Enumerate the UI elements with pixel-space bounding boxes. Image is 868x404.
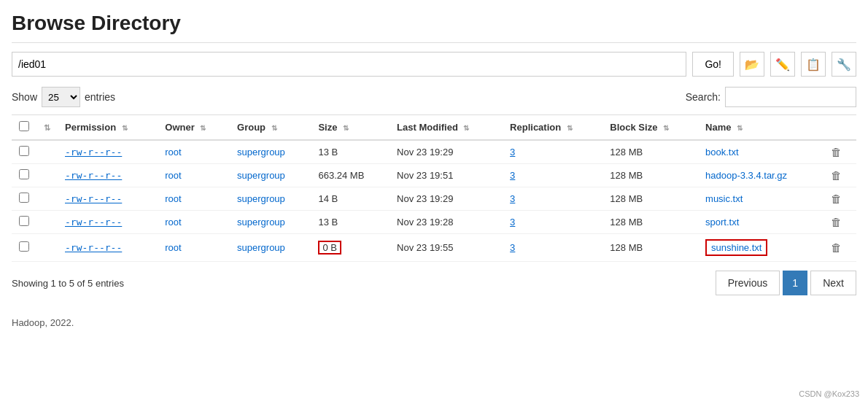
row-checkbox-3[interactable] [19, 216, 29, 226]
permission-cell: -rw-r--r-- [58, 234, 158, 262]
size-cell: 663.24 MB [311, 164, 390, 187]
path-input[interactable] [12, 52, 686, 77]
size-cell: 0 B [311, 234, 390, 262]
th-actions [824, 115, 857, 141]
page-title: Browse Directory [12, 12, 856, 43]
name-cell[interactable]: book.txt [698, 140, 823, 164]
last-modified-cell: Nov 23 19:29 [390, 187, 503, 211]
permission-cell: -rw-r--r-- [58, 140, 158, 164]
pagination: Previous 1 Next [716, 271, 856, 295]
table-row: -rw-r--r--rootsupergroup0 BNov 23 19:553… [12, 234, 856, 262]
th-name[interactable]: Name ⇅ [698, 115, 823, 141]
file-link[interactable]: sunshine.txt [711, 242, 762, 253]
show-label: Show [12, 91, 37, 103]
last-modified-cell: Nov 23 19:51 [390, 164, 503, 187]
last-modified-cell: Nov 23 19:29 [390, 140, 503, 164]
block-size-cell: 128 MB [602, 140, 698, 164]
size-cell: 14 B [311, 187, 390, 211]
delete-button-1[interactable]: 🗑 [831, 169, 842, 182]
name-cell[interactable]: sunshine.txt [698, 234, 823, 262]
folder-icon-button[interactable]: 📂 [740, 52, 764, 77]
row-checkbox-2[interactable] [19, 193, 29, 203]
group-cell: supergroup [230, 164, 311, 187]
th-block-size[interactable]: Block Size ⇅ [602, 115, 698, 141]
showing-text: Showing 1 to 5 of 5 entries [12, 278, 124, 289]
page-1-button[interactable]: 1 [783, 271, 807, 295]
show-select[interactable]: 10 25 50 100 [42, 87, 80, 107]
delete-button-4[interactable]: 🗑 [831, 241, 842, 254]
table-row: -rw-r--r--rootsupergroup663.24 MBNov 23 … [12, 164, 856, 187]
last-modified-cell: Nov 23 19:55 [390, 234, 503, 262]
search-box: Search: [686, 87, 856, 107]
upload-icon: ✏️ [775, 58, 790, 71]
row-checkbox-0[interactable] [19, 146, 29, 156]
name-cell[interactable]: music.txt [698, 187, 823, 211]
row-checkbox-1[interactable] [19, 169, 29, 179]
block-size-cell: 128 MB [602, 164, 698, 187]
block-size-cell: 128 MB [602, 211, 698, 234]
replication-cell[interactable]: 3 [503, 164, 602, 187]
owner-cell: root [158, 164, 230, 187]
previous-button[interactable]: Previous [716, 271, 780, 295]
sort-all-icon: ⇅ [44, 123, 50, 132]
upload-icon-button[interactable]: ✏️ [770, 52, 795, 77]
group-cell: supergroup [230, 211, 311, 234]
size-cell: 13 B [311, 211, 390, 234]
table-row: -rw-r--r--rootsupergroup13 BNov 23 19:29… [12, 140, 856, 164]
group-cell: supergroup [230, 234, 311, 262]
file-link[interactable]: hadoop-3.3.4.tar.gz [705, 170, 787, 181]
replication-link[interactable]: 3 [510, 193, 515, 204]
replication-cell[interactable]: 3 [503, 140, 602, 164]
search-input[interactable] [725, 87, 856, 107]
replication-link[interactable]: 3 [510, 147, 515, 158]
file-link[interactable]: sport.txt [705, 217, 739, 228]
footer: Hadoop, 2022. [12, 317, 856, 328]
go-button[interactable]: Go! [692, 52, 734, 77]
last-modified-cell: Nov 23 19:28 [390, 211, 503, 234]
delete-button-3[interactable]: 🗑 [831, 216, 842, 228]
replication-link[interactable]: 3 [510, 217, 515, 228]
delete-button-0[interactable]: 🗑 [831, 146, 842, 158]
permission-cell: -rw-r--r-- [58, 187, 158, 211]
delete-button-2[interactable]: 🗑 [831, 193, 842, 205]
folder-icon: 📂 [745, 58, 759, 71]
size-cell: 13 B [311, 140, 390, 164]
table-controls: Show 10 25 50 100 entries Search: [12, 87, 856, 107]
th-group[interactable]: Group ⇅ [230, 115, 311, 141]
name-cell[interactable]: sport.txt [698, 211, 823, 234]
owner-cell: root [158, 140, 230, 164]
name-cell[interactable]: hadoop-3.3.4.tar.gz [698, 164, 823, 187]
permission-cell: -rw-r--r-- [58, 164, 158, 187]
file-link[interactable]: book.txt [705, 147, 739, 158]
show-entries: Show 10 25 50 100 entries [12, 87, 115, 107]
replication-link[interactable]: 3 [510, 242, 515, 253]
entries-label: entries [85, 91, 115, 103]
next-button[interactable]: Next [810, 271, 856, 295]
footer-text: Hadoop, 2022. [12, 317, 74, 328]
th-permission[interactable]: Permission ⇅ [58, 115, 158, 141]
table-row: -rw-r--r--rootsupergroup14 BNov 23 19:29… [12, 187, 856, 211]
list-icon: 📋 [806, 58, 821, 71]
search-label: Search: [686, 91, 721, 103]
th-replication[interactable]: Replication ⇅ [503, 115, 602, 141]
row-checkbox-4[interactable] [19, 241, 29, 252]
highlight-name[interactable]: sunshine.txt [705, 239, 767, 256]
th-owner[interactable]: Owner ⇅ [158, 115, 230, 141]
replication-cell[interactable]: 3 [503, 234, 602, 262]
tool-icon-button[interactable]: 🔧 [832, 52, 856, 77]
tool-icon: 🔧 [837, 58, 851, 71]
th-last-modified[interactable]: Last Modified ⇅ [390, 115, 503, 141]
replication-cell[interactable]: 3 [503, 187, 602, 211]
replication-cell[interactable]: 3 [503, 211, 602, 234]
th-size[interactable]: Size ⇅ [311, 115, 390, 141]
group-cell: supergroup [230, 187, 311, 211]
list-icon-button[interactable]: 📋 [801, 52, 826, 77]
file-link[interactable]: music.txt [705, 193, 743, 204]
file-table: ⇅ Permission ⇅ Owner ⇅ Group ⇅ Size ⇅ La… [12, 114, 856, 262]
replication-link[interactable]: 3 [510, 170, 515, 181]
select-all-checkbox[interactable] [19, 121, 29, 131]
owner-cell: root [158, 187, 230, 211]
path-bar: Go! 📂 ✏️ 📋 🔧 [12, 52, 856, 77]
group-cell: supergroup [230, 140, 311, 164]
block-size-cell: 128 MB [602, 187, 698, 211]
